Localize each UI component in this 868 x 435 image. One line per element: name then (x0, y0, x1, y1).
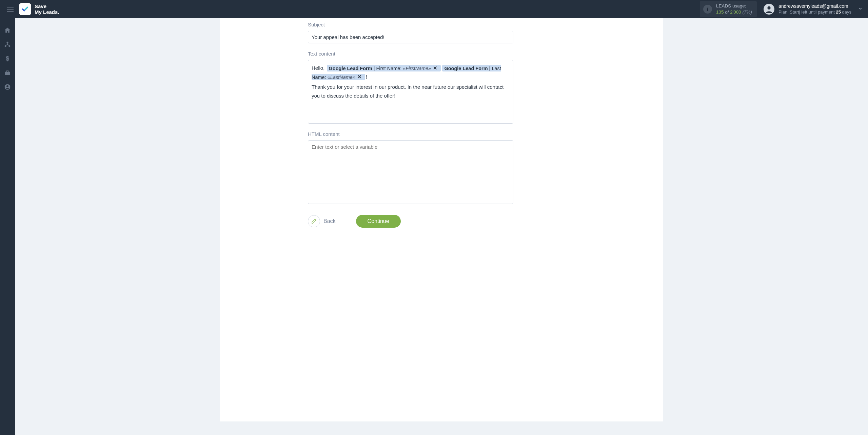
subject-label: Subject (308, 22, 575, 27)
continue-button[interactable]: Continue (356, 215, 401, 228)
logo[interactable]: Save My Leads. (19, 3, 59, 15)
form-card: Subject Text content Hello, Google Lead … (220, 18, 663, 421)
text-content-input[interactable]: Hello, Google Lead Form | First Name: «F… (308, 60, 513, 124)
html-content-input[interactable] (308, 140, 513, 204)
app-header: Save My Leads. i LEADS usage: 135 of 2'0… (0, 0, 868, 18)
text-content-label: Text content (308, 51, 575, 57)
svg-point-2 (7, 42, 8, 43)
sidebar-item-home[interactable] (0, 23, 15, 37)
user-menu[interactable]: andrewsavemyleads@gmail.com Plan |Start|… (764, 3, 863, 15)
sidebar-item-account[interactable] (0, 80, 15, 94)
main-content: Subject Text content Hello, Google Lead … (15, 18, 868, 435)
hamburger-menu[interactable] (5, 5, 15, 13)
sidebar-item-briefcase[interactable] (0, 66, 15, 80)
pencil-icon (308, 215, 320, 227)
svg-text:$: $ (6, 55, 9, 62)
remove-chip-icon[interactable]: ✕ (357, 74, 362, 80)
html-content-label: HTML content (308, 131, 575, 137)
logo-icon (19, 3, 31, 15)
logo-text: Save My Leads. (35, 3, 59, 15)
avatar-icon (764, 4, 774, 15)
sidebar: $ (0, 18, 15, 435)
svg-point-1 (767, 6, 770, 9)
sidebar-item-billing[interactable]: $ (0, 51, 15, 66)
info-icon: i (703, 5, 712, 14)
remove-chip-icon[interactable]: ✕ (433, 65, 437, 71)
leads-usage-widget[interactable]: i LEADS usage: 135 of 2'000 (7%) (700, 1, 757, 17)
svg-point-8 (6, 85, 8, 87)
variable-chip-firstname[interactable]: Google Lead Form | First Name: «FirstNam… (327, 65, 441, 71)
chevron-down-icon (858, 6, 863, 12)
user-email: andrewsavemyleads@gmail.com (778, 3, 851, 9)
back-button[interactable]: Back (308, 215, 336, 227)
svg-rect-6 (5, 72, 10, 75)
user-plan: Plan |Start| left until payment 25 days (778, 9, 851, 15)
leads-usage-text: LEADS usage: 135 of 2'000 (7%) (716, 3, 752, 15)
subject-input[interactable] (308, 31, 513, 43)
sidebar-item-connections[interactable] (0, 37, 15, 51)
